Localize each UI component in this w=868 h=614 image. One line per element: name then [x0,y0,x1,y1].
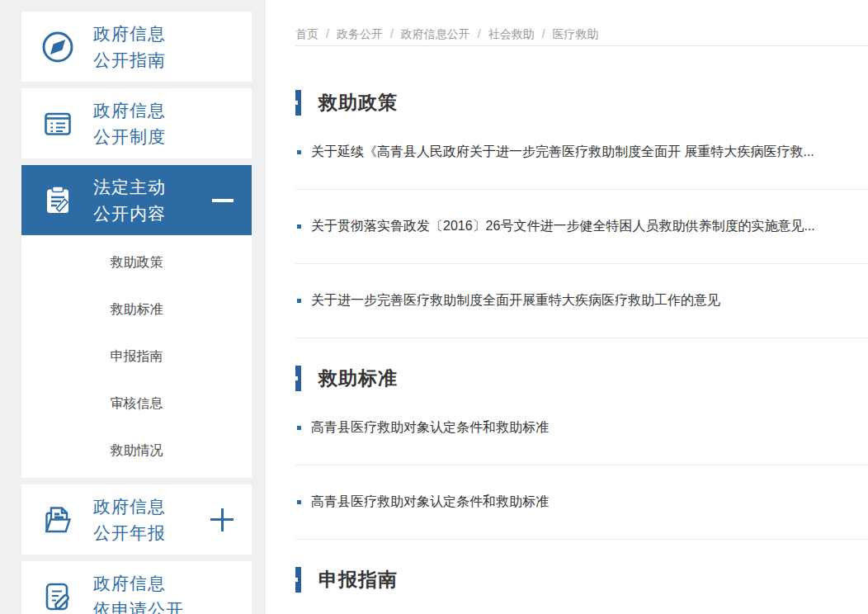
article-link[interactable]: 关于延续《高青县人民政府关于进一步完善医疗救助制度全面开 展重特大疾病医疗救..… [311,144,814,161]
expand-icon[interactable] [210,508,234,531]
sidebar-submenu-item[interactable]: 审核信息 [21,380,252,427]
sidebar-group: 政府信息依申请公开 [21,561,252,614]
article-link[interactable]: 高青县医疗救助对象认定条件和救助标准 [311,494,549,511]
breadcrumb-link[interactable]: 政务公开 [337,27,383,40]
sidebar-submenu: 救助政策 救助标准 申报指南 审核信息 救助情况 [21,235,252,478]
section-list: 救助政策 关于延续《高青县人民政府关于进一步完善医疗救助制度全面开 展重特大疾病… [295,90,868,593]
sidebar-item-label: 政府信息依申请公开 [93,570,184,614]
article-list-item[interactable]: 关于延续《高青县人民政府关于进一步完善医疗救助制度全面开 展重特大疾病医疗救..… [295,116,868,190]
article-link[interactable]: 关于进一步完善医疗救助制度全面开展重特大疾病医疗救助工作的意见 [311,292,720,309]
breadcrumb-link[interactable]: 首页 [295,27,318,40]
sidebar-group: 政府信息公开制度 [21,88,252,158]
article-link[interactable]: 关于贯彻落实鲁政发〔2016〕26号文件进一步健全特困人员救助供养制度的实施意见… [311,218,815,235]
section-title: 申报指南 [318,567,398,593]
sidebar-item-label: 政府信息公开年报 [93,494,166,546]
article-link[interactable]: 高青县医疗救助对象认定条件和救助标准 [311,419,549,437]
sidebar-item-label: 政府信息公开指南 [93,21,166,73]
section-header: 救助标准 [295,366,868,391]
section-header: 救助政策 [295,90,868,116]
sidebar-item-4[interactable]: 政府信息依申请公开 [21,561,252,614]
article-list-item[interactable]: 关于进一步完善医疗救助制度全面开展重特大疾病医疗救助工作的意见 [295,264,868,338]
section-header: 申报指南 [295,567,868,593]
compass-icon [40,29,76,65]
section-marker-icon [295,567,301,593]
section-marker-icon [295,90,301,116]
section-marker-icon [295,366,301,391]
article-list-item[interactable]: 高青县医疗救助对象认定条件和救助标准 [295,465,868,540]
article-list-item[interactable]: 关于贯彻落实鲁政发〔2016〕26号文件进一步健全特困人员救助供养制度的实施意见… [295,190,868,264]
breadcrumb-separator: / [542,27,545,40]
section-title: 救助标准 [318,366,398,391]
sidebar-item-2[interactable]: 法定主动公开内容 [21,165,252,235]
sidebar-submenu-item[interactable]: 救助标准 [21,286,252,333]
breadcrumb-divider [295,45,868,46]
breadcrumb-link[interactable]: 政府信息公开 [401,27,470,40]
doc-pen-icon [40,579,76,614]
breadcrumb-separator: / [390,27,394,40]
bullet-icon [297,299,301,303]
sidebar-submenu-item[interactable]: 申报指南 [21,333,252,380]
sidebar-item-label: 政府信息公开制度 [93,97,166,150]
article-list-item[interactable]: 高青县医疗救助对象认定条件和救助标准 [295,391,868,465]
sidebar: 政府信息公开指南 政府信息公开制度 法定主动公开内容 救助政策 救助标准 申报指… [21,0,252,614]
breadcrumb-separator: / [478,27,481,40]
page: 政府信息公开指南 政府信息公开制度 法定主动公开内容 救助政策 救助标准 申报指… [0,0,868,614]
sidebar-submenu-item[interactable]: 救助政策 [21,239,252,286]
sidebar-group: 法定主动公开内容 救助政策 救助标准 申报指南 审核信息 救助情况 [21,165,252,478]
content-section: 救助标准 高青县医疗救助对象认定条件和救助标准 高青县医疗救助对象认定条件和救助… [295,366,868,540]
sidebar-item-0[interactable]: 政府信息公开指南 [21,12,252,82]
bullet-icon [297,426,301,430]
main-content: 首页/政务公开/政府信息公开/社会救助/医疗救助 救助政策 关于延续《高青县人民… [266,0,868,614]
content-section: 申报指南 [295,567,868,593]
sidebar-submenu-item[interactable]: 救助情况 [21,427,252,475]
clipboard-pen-icon [40,182,76,219]
content-section: 救助政策 关于延续《高青县人民政府关于进一步完善医疗救助制度全面开 展重特大疾病… [295,90,868,338]
breadcrumb: 首页/政务公开/政府信息公开/社会救助/医疗救助 [295,0,868,45]
folder-doc-icon [40,502,76,538]
bullet-icon [297,224,301,229]
book-list-icon [40,106,76,142]
collapse-icon[interactable] [212,199,234,202]
bullet-icon [297,150,301,154]
sidebar-item-label: 法定主动公开内容 [93,174,166,227]
sidebar-group: 政府信息公开年报 [21,484,252,555]
sidebar-item-1[interactable]: 政府信息公开制度 [21,88,252,158]
section-title: 救助政策 [318,90,398,116]
sidebar-group: 政府信息公开指南 [21,12,252,82]
breadcrumb-link[interactable]: 社会救助 [488,27,535,40]
article-list: 关于延续《高青县人民政府关于进一步完善医疗救助制度全面开 展重特大疾病医疗救..… [295,116,868,338]
sidebar-item-3[interactable]: 政府信息公开年报 [21,484,252,555]
article-list: 高青县医疗救助对象认定条件和救助标准 高青县医疗救助对象认定条件和救助标准 [295,391,868,540]
bullet-icon [297,500,301,504]
breadcrumb-current: 医疗救助 [553,27,599,40]
breadcrumb-separator: / [326,27,329,40]
